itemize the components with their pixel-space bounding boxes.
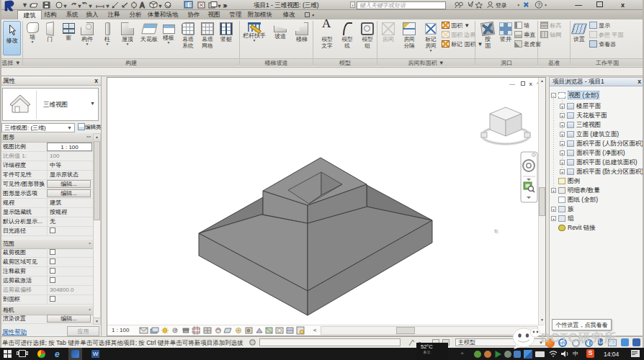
svg-text:▼: ▼ <box>516 4 520 7</box>
svg-text:A: A <box>140 1 145 9</box>
svg-text:▼: ▼ <box>63 4 67 8</box>
svg-text:前: 前 <box>494 229 498 234</box>
svg-text:▼: ▼ <box>78 4 81 8</box>
svg-text:▼: ▼ <box>158 4 162 8</box>
svg-text:?: ? <box>537 1 540 8</box>
svg-text:»: » <box>223 2 227 9</box>
svg-text:登录: 登录 <box>496 2 507 9</box>
svg-text:▼: ▼ <box>544 4 547 7</box>
svg-text:▼: ▼ <box>218 4 221 8</box>
svg-text:▼: ▼ <box>89 4 92 8</box>
svg-text:▼: ▼ <box>106 4 109 8</box>
